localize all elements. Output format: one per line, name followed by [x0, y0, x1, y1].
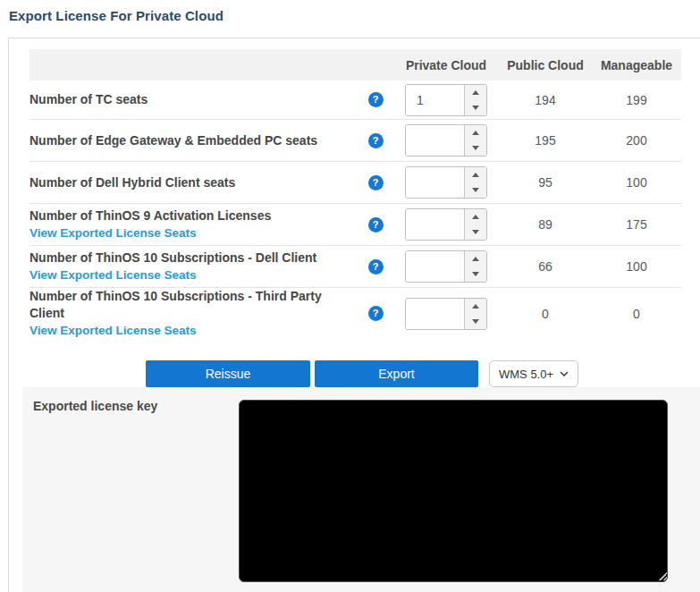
chevron-down-icon: [560, 371, 569, 376]
table-row-edge-gateway-seats: Number of Edge Gateway & Embedded PC sea…: [30, 120, 681, 162]
action-bar: Reissue Export WMS 5.0+: [146, 360, 700, 387]
seat-count-spinner: [405, 84, 487, 116]
spinner-down-icon: [472, 188, 479, 192]
public-cloud-count: 66: [538, 259, 552, 274]
reissue-button[interactable]: Reissue: [146, 360, 310, 387]
wms-version-select[interactable]: WMS 5.0+: [489, 360, 578, 387]
private-cloud-seats-input[interactable]: [406, 299, 464, 329]
spinner-down-button[interactable]: [465, 100, 486, 115]
view-exported-license-seats-link[interactable]: View Exported License Seats: [30, 323, 352, 339]
manageable-count: 100: [626, 259, 646, 274]
view-exported-license-seats-link[interactable]: View Exported License Seats: [30, 267, 352, 283]
table-header-row: Private Cloud Public Cloud Manageable: [30, 49, 681, 80]
exported-license-key-label: Exported license key: [33, 399, 157, 413]
spinner-down-button[interactable]: [465, 182, 486, 198]
private-cloud-seats-input[interactable]: [406, 85, 464, 115]
view-exported-license-seats-link[interactable]: View Exported License Seats: [30, 225, 352, 241]
table-row-thinos10-third-party: Number of ThinOS 10 Subscriptions - Thir…: [30, 288, 681, 339]
help-icon[interactable]: ?: [368, 306, 384, 321]
seat-count-spinner: [405, 298, 487, 330]
seat-count-spinner: [405, 250, 487, 283]
manageable-count: 199: [626, 93, 646, 107]
public-cloud-count: 89: [538, 217, 552, 232]
manageable-count: 200: [626, 133, 646, 148]
spinner-up-icon: [472, 131, 479, 135]
wms-version-selected-value: WMS 5.0+: [499, 368, 553, 381]
private-cloud-seats-input[interactable]: [406, 125, 464, 156]
help-icon[interactable]: ?: [368, 133, 384, 148]
public-cloud-count: 194: [535, 93, 555, 107]
spinner-down-button[interactable]: [465, 314, 486, 329]
seat-count-spinner: [405, 208, 487, 241]
manageable-count: 175: [626, 217, 646, 232]
help-icon[interactable]: ?: [368, 92, 384, 107]
spinner-down-icon: [472, 319, 479, 324]
spinner-up-icon: [472, 90, 479, 95]
manageable-count: 100: [626, 175, 646, 190]
row-label: Number of ThinOS 10 Subscriptions - Dell…: [30, 250, 316, 265]
row-label: Number of ThinOS 10 Subscriptions - Thir…: [30, 289, 322, 320]
exported-license-key-textarea[interactable]: [239, 400, 668, 582]
spinner-down-icon: [472, 230, 479, 234]
row-label: Number of Dell Hybrid Client seats: [30, 175, 235, 190]
row-label: Number of Edge Gateway & Embedded PC sea…: [30, 133, 317, 148]
spinner-up-icon: [472, 215, 479, 219]
spinner-down-button[interactable]: [465, 140, 486, 156]
spinner-up-button[interactable]: [465, 85, 486, 100]
private-cloud-seats-input[interactable]: [406, 167, 464, 198]
private-cloud-seats-input[interactable]: [406, 209, 464, 240]
spinner-up-icon: [472, 173, 479, 177]
spinner-up-button[interactable]: [465, 167, 486, 182]
help-icon[interactable]: ?: [368, 259, 384, 275]
spinner-up-button[interactable]: [465, 209, 486, 224]
help-icon[interactable]: ?: [368, 175, 384, 190]
spinner-down-button[interactable]: [465, 224, 486, 240]
spinner-up-button[interactable]: [465, 125, 486, 140]
spinner-up-icon: [472, 304, 479, 309]
spinner-down-icon: [472, 146, 479, 150]
spinner-up-button[interactable]: [465, 251, 486, 266]
public-cloud-count: 195: [535, 133, 555, 148]
seat-count-spinner: [405, 124, 487, 156]
row-label: Number of ThinOS 9 Activation Licenses: [30, 208, 271, 223]
spinner-down-icon: [472, 272, 479, 276]
export-license-panel: Private Cloud Public Cloud Manageable Nu…: [8, 38, 700, 592]
license-table: Private Cloud Public Cloud Manageable Nu…: [30, 49, 681, 339]
help-icon[interactable]: ?: [368, 217, 384, 233]
export-button[interactable]: Export: [315, 360, 478, 387]
spinner-up-icon: [472, 257, 479, 261]
spinner-down-button[interactable]: [465, 266, 486, 282]
table-row-hybrid-client-seats: Number of Dell Hybrid Client seats ? 95 …: [30, 162, 681, 204]
column-header-private-cloud: Private Cloud: [393, 58, 499, 72]
column-header-public-cloud: Public Cloud: [499, 58, 592, 72]
page-title: Export License For Private Cloud: [9, 8, 223, 23]
exported-license-key-section: Exported license key: [22, 387, 700, 592]
manageable-count: 0: [633, 307, 640, 321]
row-label: Number of TC seats: [30, 92, 148, 106]
table-row-tc-seats: Number of TC seats ? 194 199: [30, 80, 681, 120]
spinner-down-icon: [472, 106, 479, 110]
spinner-up-button[interactable]: [465, 299, 486, 314]
table-row-thinos9-licenses: Number of ThinOS 9 Activation Licenses V…: [30, 204, 681, 246]
seat-count-spinner: [405, 166, 487, 199]
column-header-manageable: Manageable: [592, 58, 681, 72]
public-cloud-count: 95: [538, 175, 552, 190]
table-row-thinos10-dell-client: Number of ThinOS 10 Subscriptions - Dell…: [30, 246, 681, 288]
public-cloud-count: 0: [542, 307, 549, 321]
private-cloud-seats-input[interactable]: [406, 251, 464, 282]
